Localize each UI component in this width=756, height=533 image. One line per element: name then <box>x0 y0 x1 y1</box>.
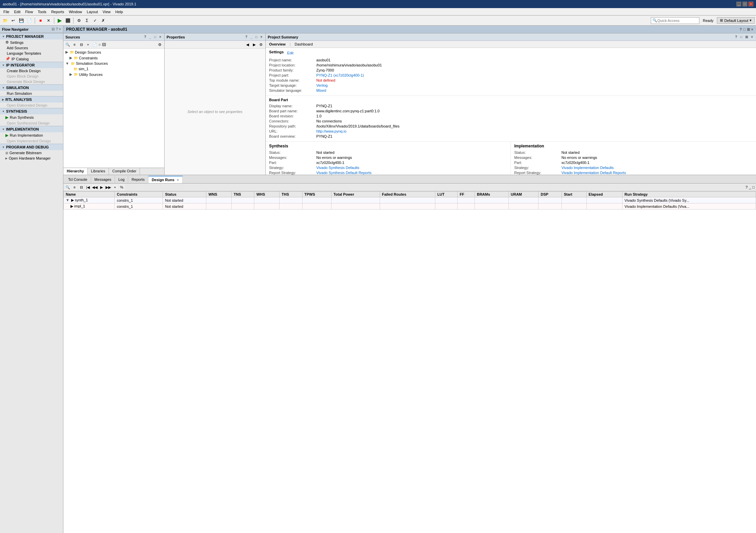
tab-reports[interactable]: Reports <box>128 176 148 183</box>
sources-collapse-button[interactable]: ⊟ <box>78 41 84 48</box>
debug-button[interactable]: ✗ <box>99 17 107 24</box>
table-row[interactable]: ▼ ▶ synth_1 constrs_1 Not started <box>64 197 756 203</box>
tab-design-runs[interactable]: Design Runs × <box>148 176 183 183</box>
default-layout-button[interactable]: ⊞ Default Layout ▾ <box>717 17 755 24</box>
section-project-manager[interactable]: ▼ PROJECT MANAGER <box>0 33 63 39</box>
section-rtl-analysis[interactable]: ▶ RTL ANALYSIS <box>0 96 63 103</box>
props-settings-button[interactable]: ⚙ <box>258 41 264 48</box>
runs-collapse-button[interactable]: ⊟ <box>78 184 84 190</box>
menu-help[interactable]: Help <box>113 9 125 14</box>
nav-open-hardware-manager[interactable]: ▶ Open Hardware Manager <box>0 156 63 161</box>
summary-restore-icon[interactable]: ⊞ <box>744 34 749 39</box>
close-icon[interactable]: × <box>59 27 61 31</box>
close-button[interactable]: × <box>749 2 753 6</box>
runs-search-button[interactable]: 🔍 <box>65 184 71 190</box>
pm-restore-icon[interactable]: ⊞ <box>747 27 750 32</box>
menu-tools[interactable]: Tools <box>36 9 49 14</box>
tab-overview[interactable]: Overview <box>268 42 287 47</box>
runs-filter-button[interactable]: ≡ <box>71 184 78 190</box>
run-button[interactable]: ▶ <box>56 17 63 24</box>
menu-edit[interactable]: Edit <box>12 9 23 14</box>
sources-add-button[interactable]: + <box>85 41 91 48</box>
tab-libraries[interactable]: Libraries <box>88 168 109 175</box>
sources-float-icon[interactable]: □ <box>153 34 157 39</box>
runs-prev-button[interactable]: ◀◀ <box>92 184 98 190</box>
menu-window[interactable]: Window <box>67 9 84 14</box>
tab-log[interactable]: Log <box>115 176 128 183</box>
nav-run-simulation[interactable]: Run Simulation <box>0 91 63 96</box>
quick-access-search[interactable]: 🔍 <box>651 17 699 24</box>
tab-dashboard[interactable]: Dashboard <box>293 42 314 47</box>
runs-play-button[interactable]: ▶ <box>98 184 105 190</box>
settings-button[interactable]: ⚙ <box>75 17 83 24</box>
runs-percent-button[interactable]: % <box>119 184 125 190</box>
save-button[interactable]: 💾 <box>18 17 25 24</box>
table-row[interactable]: ▶ impl_1 constrs_1 Not started <box>64 203 756 209</box>
sources-minimize-icon[interactable]: _ <box>148 34 152 39</box>
synth-report-strategy-value[interactable]: Vivado Synthesis Default Reports <box>316 171 372 175</box>
tree-sim1[interactable]: 📁 sim_1 <box>64 66 164 72</box>
section-implementation[interactable]: ▼ IMPLEMENTATION <box>0 126 63 132</box>
row-expand-icon[interactable]: ▼ <box>66 198 69 202</box>
nav-settings[interactable]: ⚙ Settings <box>0 39 63 45</box>
menu-view[interactable]: View <box>100 9 113 14</box>
synth-strategy-value[interactable]: Vivado Synthesis Defaults <box>316 166 359 170</box>
nav-language-templates[interactable]: Language Templates <box>0 51 63 56</box>
runs-first-button[interactable]: |◀ <box>85 184 91 190</box>
props-float-icon[interactable]: □ <box>254 34 258 39</box>
sources-close-icon[interactable]: × <box>158 34 162 39</box>
stop-button[interactable]: ■ <box>37 17 44 24</box>
pm-help-icon[interactable]: ? <box>739 27 742 32</box>
sigma-button[interactable]: Σ <box>83 17 91 24</box>
nav-generate-bitstream[interactable]: ⊞ Generate Bitstream <box>0 150 63 156</box>
float-icon[interactable]: ⊟ <box>52 27 55 31</box>
props-help-icon[interactable]: ? <box>244 34 248 39</box>
tab-compile-order[interactable]: Compile Order <box>109 168 140 175</box>
pm-float-icon[interactable]: □ <box>743 27 746 32</box>
props-minimize-icon[interactable]: _ <box>250 34 254 39</box>
runs-restore-icon[interactable]: □ <box>752 185 755 189</box>
section-synthesis[interactable]: ▼ SYNTHESIS <box>0 108 63 114</box>
sources-settings-button[interactable]: ⚙ <box>157 41 163 48</box>
menu-flow[interactable]: Flow <box>23 9 35 14</box>
section-program-debug[interactable]: ▼ PROGRAM AND DEBUG <box>0 144 63 150</box>
project-part-value[interactable]: PYNQ-Z1 (xc7z020clg400-1) <box>316 73 364 77</box>
tab-close-icon[interactable]: × <box>177 178 179 182</box>
expand-icon[interactable]: ▶ <box>69 56 72 60</box>
menu-reports[interactable]: Reports <box>49 9 66 14</box>
tree-simulation-sources[interactable]: ▼ 📁 Simulation Sources <box>64 61 164 66</box>
expand-icon[interactable]: ▶ <box>65 50 68 54</box>
tree-utility-sources[interactable]: ▶ 📁 Utility Sources <box>64 72 164 77</box>
nav-add-sources[interactable]: Add Sources <box>0 45 63 51</box>
sources-help-icon[interactable]: ? <box>143 34 147 39</box>
help-icon[interactable]: ? <box>56 27 58 31</box>
props-forward-button[interactable]: ▶ <box>251 41 257 48</box>
section-ip-integrator[interactable]: ▼ IP INTEGRATOR <box>0 62 63 68</box>
minimize-button[interactable]: _ <box>736 2 741 6</box>
expand-icon[interactable]: ▶ <box>69 72 72 77</box>
delete-button[interactable]: ✕ <box>45 17 52 24</box>
open-button[interactable]: 📁 <box>1 17 9 24</box>
runs-next-button[interactable]: ▶▶ <box>105 184 111 190</box>
tab-tcl-console[interactable]: Tcl Console <box>65 176 91 183</box>
tree-design-sources[interactable]: ▶ 📁 Design Sources <box>64 49 164 55</box>
summary-help-icon[interactable]: ? <box>734 34 738 39</box>
url-value[interactable]: http://www.pynq.io <box>316 129 346 133</box>
runs-float-icon[interactable]: _ <box>749 185 751 189</box>
tree-constraints[interactable]: ▶ 📁 Constraints <box>64 55 164 61</box>
menu-layout[interactable]: Layout <box>85 9 100 14</box>
sources-filter-button[interactable]: ≡ <box>71 41 78 48</box>
settings-edit-link[interactable]: Edit <box>287 51 293 55</box>
expand-icon[interactable]: ▼ <box>65 61 69 65</box>
menu-file[interactable]: File <box>1 9 11 14</box>
runs-help-icon[interactable]: ? <box>746 185 748 189</box>
close-project-button[interactable]: 📄 <box>26 17 33 24</box>
summary-float-icon[interactable]: □ <box>739 34 743 39</box>
check-button[interactable]: ✓ <box>91 17 99 24</box>
nav-run-implementation[interactable]: ▶ Run Implementation <box>0 132 63 138</box>
props-close-icon[interactable]: × <box>259 34 263 39</box>
search-input[interactable] <box>657 19 698 23</box>
summary-close-icon[interactable]: × <box>750 34 754 39</box>
nav-ip-catalog[interactable]: 📌 IP Catalog <box>0 56 63 62</box>
impl-strategy-value[interactable]: Vivado Implementation Defaults <box>561 166 614 170</box>
